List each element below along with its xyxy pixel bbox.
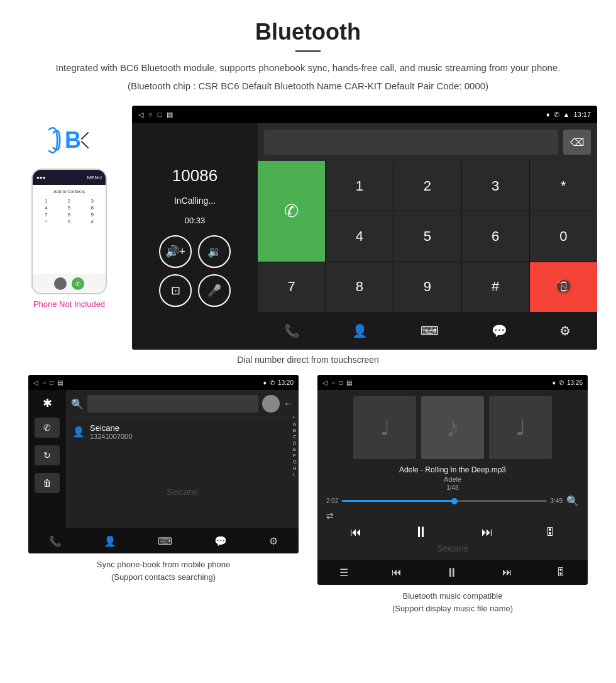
key-7[interactable]: 7 [258, 262, 325, 312]
pb-content: ✱ ✆ ↻ 🗑 🔍 ← [28, 390, 299, 528]
pb-messages-icon[interactable]: 💬 [214, 535, 227, 547]
key-1[interactable]: 1 [326, 161, 393, 211]
pb-contacts-icon[interactable]: 👤 [104, 535, 116, 547]
pb-sync-button[interactable]: ↻ [35, 445, 60, 465]
music-search-icon[interactable]: 🔍 [566, 495, 579, 507]
key-hash[interactable]: # [462, 262, 529, 312]
title-divider [295, 50, 321, 52]
pb-search-bar[interactable] [87, 395, 258, 413]
key-5[interactable]: 5 [393, 211, 461, 261]
volume-up-button[interactable]: 🔊+ [159, 235, 192, 268]
call-button[interactable]: ✆ [258, 161, 325, 262]
microphone-button[interactable]: 🎤 [198, 274, 231, 307]
phone-menu: MENU [87, 175, 102, 180]
status-time: 13:17 [573, 111, 591, 118]
pb-back-icon[interactable]: ← [283, 398, 294, 409]
music-note-icon-right: ♩ [515, 414, 526, 441]
dial-caption: Dial number direct from touchscreen [0, 350, 616, 375]
pb-location-icon: ♦ [263, 379, 267, 386]
backspace-button[interactable]: ⌫ [563, 130, 591, 155]
music-album-art-small-right: ♩ [489, 396, 552, 459]
shuffle-icon[interactable]: ⇄ [326, 511, 334, 521]
phone-status-bar: ●●● MENU [33, 170, 106, 185]
svg-text:B: B [65, 127, 81, 153]
pb-nav-home-icon: ○ [42, 379, 46, 386]
microphone-icon: 🎤 [207, 284, 221, 297]
key-9[interactable]: 9 [393, 262, 461, 312]
pb-phone-button[interactable]: ✆ [35, 418, 60, 438]
music-album-row: ♩ ♪ ♩ [324, 396, 581, 459]
volume-up-icon: 🔊+ [165, 245, 186, 258]
dial-controls: 🔊+ 🔉 ⊡ 🎤 [141, 235, 248, 307]
dial-screen-wrap: ◁ ○ □ ▤ ♦ ✆ ▲ 13:17 10086 InCalling... [132, 106, 597, 350]
key-6[interactable]: 6 [462, 211, 529, 261]
music-content: ♩ ♪ ♩ Adele - Rolling In the Deep.mp3 Ad… [317, 390, 588, 560]
end-call-button[interactable]: 📵 [530, 262, 597, 312]
music-nav-home-icon: ○ [331, 379, 335, 386]
pb-delete-button[interactable]: 🗑 [35, 473, 60, 493]
music-controls: ⏮ ⏸ ⏭ 🎛 [324, 521, 581, 543]
volume-down-button[interactable]: 🔉 [198, 235, 231, 268]
phone-camera-button [54, 277, 67, 290]
keypad-grid: 1 2 3 * ✆ 4 5 6 0 7 8 9 # 📵 [258, 161, 597, 312]
dial-left-panel: 10086 InCalling... 00:33 🔊+ 🔉 ⊡ [132, 123, 258, 350]
music-notification-icon: ▤ [346, 379, 352, 386]
key-2[interactable]: 2 [393, 161, 461, 211]
pb-contact-number: 13241007000 [90, 433, 132, 440]
music-seicane-watermark: Seicane [324, 543, 581, 553]
music-status-bar: ◁ ○ □ ▤ ♦ ✆ 13:26 [317, 375, 588, 390]
pb-contact-name: Seicane [90, 423, 132, 433]
next-track-button[interactable]: ⏭ [481, 526, 493, 539]
phone-screen-body: Add to Contacts 1 2 3 4 5 6 7 8 9 * 0 # [33, 185, 106, 274]
key-star[interactable]: * [530, 161, 597, 211]
equalizer-icon[interactable]: 🎛 [545, 526, 555, 538]
transfer-button[interactable]: ⊡ [159, 274, 192, 307]
phone-bottom-bar: ✆ [33, 274, 106, 293]
pb-contact-icon: 👤 [72, 426, 85, 438]
music-next-icon[interactable]: ⏭ [502, 567, 512, 578]
dial-status-bar: ◁ ○ □ ▤ ♦ ✆ ▲ 13:17 [132, 106, 597, 123]
bluetooth-icon-wrap: B [44, 118, 94, 162]
music-play-icon[interactable]: ⏸ [446, 565, 458, 580]
pb-phone-icon: ✆ [43, 423, 51, 433]
key-8[interactable]: 8 [326, 262, 393, 312]
music-prev-icon[interactable]: ⏮ [392, 567, 402, 578]
music-album-art-small-left: ♩ [353, 396, 416, 459]
main-section: B ●●● MENU Add to Contacts 1 2 3 4 5 [0, 99, 616, 350]
key-3[interactable]: 3 [462, 161, 529, 211]
bluetooth-nav-icon[interactable]: ✱ [43, 396, 52, 410]
key-4[interactable]: 4 [326, 211, 393, 261]
music-counter: 1/48 [324, 484, 581, 491]
phone-signal-icon: ✆ [554, 111, 559, 119]
pb-nav-recent-icon: □ [50, 379, 53, 386]
pb-dialpad-icon[interactable]: ⌨ [158, 535, 172, 547]
dialpad-icon[interactable]: ⌨ [421, 323, 439, 338]
music-list-icon[interactable]: ☰ [339, 567, 348, 579]
dial-content: 10086 InCalling... 00:33 🔊+ 🔉 ⊡ [132, 123, 597, 350]
dial-number: 10086 [172, 166, 217, 186]
pb-time: 13:20 [278, 379, 294, 386]
music-progress-bar[interactable] [342, 500, 546, 502]
prev-track-button[interactable]: ⏮ [350, 526, 361, 539]
music-nav-recent-icon: □ [339, 379, 343, 386]
dial-input-box[interactable] [264, 130, 558, 155]
music-screen: ◁ ○ □ ▤ ♦ ✆ 13:26 ♩ [317, 375, 588, 585]
pb-signal-icon: ✆ [270, 379, 275, 386]
pb-settings-icon[interactable]: ⚙ [269, 535, 278, 547]
music-settings-icon[interactable]: 🎛 [556, 567, 566, 578]
play-pause-button[interactable]: ⏸ [414, 523, 429, 541]
music-nav-back-icon: ◁ [322, 379, 327, 386]
dial-right-panel: ⌫ 1 2 3 * ✆ 4 5 6 0 7 [258, 123, 597, 350]
pb-avatar-dot [262, 395, 280, 413]
music-progress-row: 2:02 3:49 🔍 [324, 491, 581, 511]
bottom-row: ◁ ○ □ ▤ ♦ ✆ 13:20 ✱ ✆ [0, 375, 616, 627]
calls-icon[interactable]: 📞 [284, 323, 300, 338]
contacts-icon[interactable]: 👤 [352, 323, 368, 338]
seicane-watermark: Seicane [167, 487, 199, 497]
messages-icon[interactable]: 💬 [492, 323, 507, 338]
key-0[interactable]: 0 [530, 211, 597, 261]
page-description: Integrated with BC6 Bluetooth module, su… [38, 61, 578, 75]
phone-keypad: 1 2 3 4 5 6 7 8 9 * 0 # [35, 198, 103, 225]
settings-icon[interactable]: ⚙ [559, 323, 571, 338]
pb-calls-icon[interactable]: 📞 [49, 535, 62, 547]
